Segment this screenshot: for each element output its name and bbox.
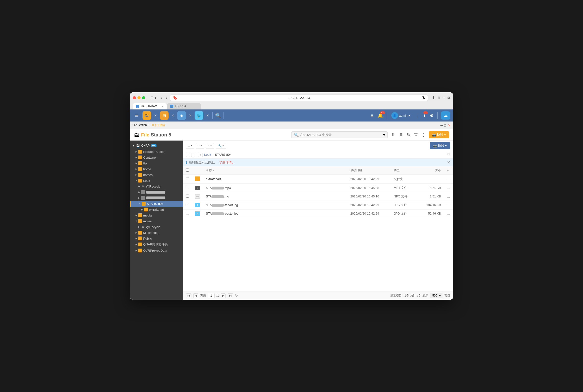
fs-close-btn[interactable]: ✕ [448, 124, 451, 127]
filestation-app-btn[interactable]: 🗂 [142, 111, 152, 120]
sidebar-item-qvr[interactable]: ▶ QVRProAppData [130, 248, 183, 254]
more-toolbar-btn[interactable]: ⋮ [420, 131, 427, 138]
sidebar-item-movie[interactable]: ▼ movie [130, 218, 183, 224]
sidebar-item-public[interactable]: ▶ Public [130, 236, 183, 241]
more-btn-fanart[interactable]: … [447, 203, 450, 207]
sidebar-item-media[interactable]: ▶ media [130, 212, 183, 218]
back-button[interactable]: ‹ [160, 96, 163, 100]
sidebar-item-stars804[interactable]: ▼ STARS-804 [130, 201, 183, 206]
screen-btn[interactable]: 🖥 [398, 132, 404, 138]
breadcrumb-favorite-btn[interactable]: ♡ [447, 152, 450, 157]
filter-btn[interactable]: ▽ [413, 131, 418, 138]
sidebar-item-extrafanart[interactable]: ▶ extrafanart [130, 206, 183, 212]
sidebar-item-recycle-look[interactable]: ▶ ♻ @Recycle [130, 184, 183, 189]
checkbox-nfo[interactable] [186, 194, 189, 198]
sidebar-item-multimedia[interactable]: ▶ Multimedia [130, 230, 183, 236]
tab-ts673a[interactable]: Q TS-673A [167, 103, 201, 110]
dots-btn[interactable]: ⋮ [414, 112, 421, 119]
next-page-btn[interactable]: ▶ [221, 294, 226, 298]
tab-nas5878ac[interactable]: Q NAS5878AC ✕ [133, 103, 166, 110]
breadcrumb-home-btn[interactable]: ⌂ [198, 152, 203, 157]
page-input[interactable] [208, 293, 214, 298]
new-tab-button[interactable]: + [443, 96, 445, 100]
snapshot-btn[interactable]: 📷 快照 ▾ [429, 131, 449, 138]
info-btn[interactable]: ℹ 9 [422, 112, 427, 119]
select-all-checkbox[interactable] [186, 168, 189, 172]
sidebar-item-home[interactable]: ▶ home [130, 166, 183, 172]
search-dropdown-icon[interactable]: ▾ [383, 132, 385, 137]
refresh-icon[interactable]: ↻ [422, 96, 425, 100]
row-name-extrafanart[interactable]: extrafanart [203, 174, 348, 184]
download-button[interactable]: ⬇ [432, 96, 435, 100]
row-name-poster[interactable]: STA -poster.jpg [203, 209, 348, 218]
first-page-btn[interactable]: |◀ [186, 294, 192, 298]
address-bar[interactable]: 🔖 192.168.200.132 ↻ [170, 94, 428, 101]
tab-nas-close[interactable]: ✕ [162, 105, 164, 108]
sidebar-toggle-button[interactable]: ⊡ ▾ [149, 95, 158, 100]
hamburger-button[interactable]: ☰ [133, 112, 140, 119]
footer-refresh-btn[interactable]: ↻ [235, 294, 238, 298]
sidebar-item-blur1[interactable]: ▶ [130, 189, 183, 195]
maximize-traffic-light[interactable] [142, 96, 145, 99]
minimize-traffic-light[interactable] [138, 96, 140, 99]
upload-toolbar-btn[interactable]: ⬆ [390, 131, 396, 138]
header-search-button[interactable]: 🔍 [215, 112, 221, 118]
row-name-mp4[interactable]: STA .mp4 [203, 184, 348, 192]
checkbox-extrafanart[interactable] [186, 177, 189, 180]
sidebar-qnap-root[interactable]: ▼ 💾 QNAP NE [130, 142, 183, 149]
notification-btn[interactable]: 🔔 10+ [376, 112, 384, 119]
sidebar-item-homes[interactable]: ▶ homes [130, 172, 183, 178]
th-add-col[interactable]: + [444, 166, 453, 174]
widget-close[interactable]: ✕ [189, 114, 192, 118]
row-name-nfo[interactable]: STA .nfo [203, 192, 348, 201]
checkbox-mp4[interactable] [186, 186, 189, 189]
bird-app-btn[interactable]: 🐦 [194, 111, 204, 120]
sidebar-item-ftp[interactable]: ▶ ftp [130, 160, 183, 166]
task-btn[interactable]: ≡ [369, 112, 375, 119]
refresh-toolbar-btn[interactable]: ↻ [406, 131, 411, 138]
last-page-btn[interactable]: ▶| [228, 294, 233, 298]
appgrid-close[interactable]: ✕ [172, 114, 174, 118]
per-page-select[interactable]: 500 100 50 [430, 293, 442, 298]
tab-grid-button[interactable]: ⧉ [448, 96, 450, 100]
tools-btn[interactable]: 🔧 ▾ [216, 143, 226, 149]
th-date[interactable]: 修改日期 [348, 166, 391, 174]
th-size[interactable]: 大小 [420, 166, 444, 174]
notif-link[interactable]: 了解详情。 [219, 160, 235, 165]
checkbox-fanart[interactable] [186, 203, 189, 206]
breadcrumb-look[interactable]: Look [204, 153, 211, 156]
sidebar-item-qnap-share[interactable]: ▶ QNAP共享文件夹 [130, 241, 183, 248]
cloud-button[interactable]: ☁ [441, 112, 450, 120]
sidebar-item-browser-station[interactable]: ▶ Browser Station [130, 149, 183, 154]
checkbox-poster[interactable] [186, 212, 189, 215]
upload-btn[interactable]: ↑ ▾ [206, 143, 214, 149]
forward-button[interactable]: › [165, 96, 168, 100]
sidebar-item-blur2[interactable]: ▶ [130, 195, 183, 201]
sidebar-item-recycle-movie[interactable]: ▶ ♻ @Recycle [130, 224, 183, 230]
prev-page-btn[interactable]: ◀ [193, 294, 198, 298]
settings-btn[interactable]: ⚙ [428, 112, 435, 119]
admin-button[interactable]: 👤 admin ▾ [390, 111, 412, 120]
more-btn-poster[interactable]: … [447, 212, 450, 216]
appgrid-app-btn[interactable]: ⊞ [159, 111, 169, 120]
sidebar-item-look[interactable]: ▼ Look [130, 178, 183, 184]
bird-close[interactable]: ✕ [206, 114, 209, 118]
filestation-close[interactable]: ✕ [154, 114, 157, 118]
breadcrumb-back-btn[interactable]: ‹ [186, 152, 190, 157]
search-input[interactable] [300, 133, 382, 137]
view-toggle-btn[interactable]: ≡ ▾ [186, 143, 194, 149]
th-name[interactable]: 名称 ▲ [203, 166, 348, 174]
more-btn-nfo[interactable]: … [447, 194, 450, 198]
fs-maximize-btn[interactable]: □ [444, 124, 446, 127]
quick-photo-btn[interactable]: 📷 快照 ▾ [430, 142, 450, 149]
fs-search-bar[interactable]: 🔍 ▾ [291, 132, 388, 138]
sidebar-item-container[interactable]: ▶ Container [130, 154, 183, 160]
new-folder-btn[interactable]: + ▾ [196, 143, 204, 149]
fs-minimize-btn[interactable]: ─ [440, 124, 443, 127]
widget-app-btn[interactable]: ◈ [177, 111, 186, 120]
more-btn-extrafanart[interactable]: … [447, 177, 450, 181]
close-traffic-light[interactable] [133, 96, 136, 99]
more-btn-mp4[interactable]: … [447, 186, 450, 190]
row-name-fanart[interactable]: STA -fanart.jpg [203, 201, 348, 210]
th-type[interactable]: 类型 [391, 166, 420, 174]
